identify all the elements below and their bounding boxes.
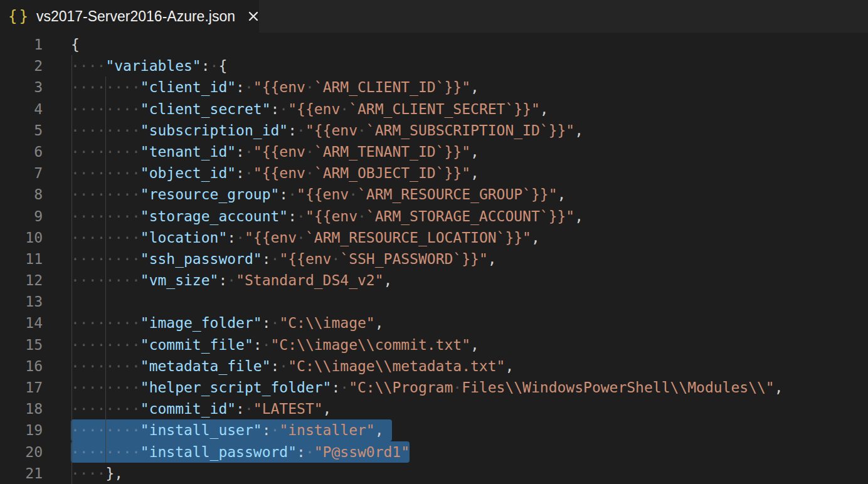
whitespace-dots: ·: [297, 208, 305, 224]
code-line[interactable]: 15········"commit_file":·"C:\\image\\com…: [0, 334, 868, 355]
line-number[interactable]: 13: [0, 291, 43, 312]
whitespace-dots: ·: [340, 101, 349, 117]
json-key: "storage_account": [140, 208, 288, 224]
line-number[interactable]: 1: [0, 34, 43, 55]
line-number[interactable]: 7: [0, 162, 43, 184]
code-text: ········"subscription_id":·"{{env·`ARM_S…: [71, 120, 583, 141]
code-line[interactable]: 12········"vm_size":·"Standard_DS4_v2",: [0, 270, 868, 291]
code-text: ········"commit_file":·"C:\\image\\commi…: [71, 334, 479, 355]
line-number[interactable]: 16: [0, 355, 43, 377]
code-line[interactable]: 9········"storage_account":·"{{env·`ARM_…: [0, 206, 868, 227]
json-string: "{{env: [253, 79, 305, 95]
json-key: "install_user": [140, 422, 262, 438]
code-text: ········"client_id":·"{{env·`ARM_CLIENT_…: [71, 76, 479, 98]
json-punctuation: },: [105, 465, 123, 481]
line-number[interactable]: 15: [0, 334, 43, 355]
code-text: {: [71, 34, 80, 55]
code-line[interactable]: 1{: [0, 34, 868, 55]
json-punctuation: :: [236, 401, 245, 417]
indent-guide-level-1: [71, 55, 72, 484]
line-number[interactable]: 9: [0, 206, 43, 227]
code-line[interactable]: 13: [0, 291, 868, 312]
json-punctuation: :: [279, 186, 288, 203]
line-number[interactable]: 20: [0, 441, 43, 463]
json-string: "C:\\image\\commit.txt": [271, 337, 471, 353]
code-line[interactable]: 19········"install_user":·"installer",: [0, 419, 868, 441]
code-line[interactable]: 16········"metadata_file":·"C:\\image\\m…: [0, 355, 868, 377]
line-number[interactable]: 2: [0, 55, 43, 76]
json-string: `ARM_CLIENT_SECRET`}}": [349, 101, 540, 117]
code-line[interactable]: 21····},: [0, 463, 868, 484]
tab-label: vs2017-Server2016-Azure.json: [36, 8, 235, 25]
code-line[interactable]: 4········"client_secret":·"{{env·`ARM_CL…: [0, 98, 868, 120]
code-line[interactable]: 11········"ssh_password":·"{{env·`SSH_PA…: [0, 248, 868, 270]
json-key: "client_secret": [140, 101, 271, 117]
line-number[interactable]: 3: [0, 76, 43, 98]
indent-guide-level-2: [105, 76, 106, 463]
json-punctuation: ,: [574, 122, 583, 139]
code-line[interactable]: 2····"variables":·{: [0, 55, 868, 76]
code-line[interactable]: 18········"commit_id":·"LATEST",: [0, 398, 868, 419]
json-punctuation: ,: [775, 379, 783, 396]
code-text-selected: ········"install_password":·"P@ssw0rd1": [71, 441, 410, 463]
code-line[interactable]: 10········"location":·"{{env·`ARM_RESOUR…: [0, 227, 868, 248]
whitespace-dots: ·: [453, 379, 462, 396]
code-line[interactable]: 8········"resource_group":·"{{env·`ARM_R…: [0, 184, 868, 205]
line-number[interactable]: 6: [0, 141, 43, 162]
code-text: ········"image_folder":·"C:\\image",: [71, 312, 384, 334]
tab-vs2017-server2016-azure-json[interactable]: {} vs2017-Server2016-Azure.json: [0, 0, 259, 33]
json-punctuation: ,: [375, 315, 384, 331]
code-line[interactable]: 5········"subscription_id":·"{{env·`ARM_…: [0, 120, 868, 141]
close-tab-icon[interactable]: [245, 8, 262, 24]
json-punctuation: :: [262, 251, 271, 267]
code-text: ········"vm_size":·"Standard_DS4_v2",: [71, 270, 392, 291]
json-punctuation: ,: [470, 337, 479, 353]
code-text: ········"helper_script_folder":·"C:\\Pro…: [71, 377, 783, 398]
code-text: ········"location":·"{{env·`ARM_RESOURCE…: [71, 227, 540, 248]
code-line[interactable]: 3········"client_id":·"{{env·`ARM_CLIENT…: [0, 76, 868, 98]
line-number[interactable]: 12: [0, 270, 43, 291]
json-punctuation: :: [227, 229, 236, 246]
json-string: `ARM_RESOURCE_LOCATION`}}": [305, 229, 531, 246]
code-text: ········"resource_group":·"{{env·`ARM_RE…: [71, 184, 566, 205]
line-number[interactable]: 10: [0, 227, 43, 248]
code-line[interactable]: 6········"tenant_id":·"{{env·`ARM_TENANT…: [0, 141, 868, 162]
json-key: "location": [140, 229, 227, 246]
code-line[interactable]: 7········"object_id":·"{{env·`ARM_OBJECT…: [0, 162, 868, 184]
json-punctuation: ,: [574, 208, 583, 224]
whitespace-dots: ·: [245, 401, 253, 417]
whitespace-dots: ·: [357, 208, 366, 224]
code-line[interactable]: 17········"helper_script_folder":·"C:\\P…: [0, 377, 868, 398]
json-punctuation: :: [271, 358, 280, 374]
line-number[interactable]: 21: [0, 463, 43, 484]
whitespace-dots: ·: [271, 251, 280, 267]
code-text: ····"variables":·{: [71, 55, 227, 76]
line-number[interactable]: 18: [0, 398, 43, 419]
line-number[interactable]: 17: [0, 377, 43, 398]
json-string: `ARM_OBJECT_ID`}}": [314, 165, 470, 181]
whitespace-dots: ····: [71, 465, 105, 481]
line-number[interactable]: 5: [0, 120, 43, 141]
line-number[interactable]: 8: [0, 184, 43, 205]
vscode-window: {} vs2017-Server2016-Azure.json 1{2····"…: [0, 0, 868, 484]
json-punctuation: :: [236, 79, 245, 95]
line-number[interactable]: 4: [0, 98, 43, 120]
json-string: "{{env: [279, 251, 331, 267]
line-number[interactable]: 19: [0, 419, 43, 441]
json-string: `ARM_RESOURCE_GROUP`}}": [357, 186, 558, 203]
code-line[interactable]: 14········"image_folder":·"C:\\image",: [0, 312, 868, 334]
json-punctuation: ,: [384, 272, 393, 288]
line-number[interactable]: 14: [0, 312, 43, 334]
code-editor[interactable]: 1{2····"variables":·{3········"client_id…: [0, 33, 868, 484]
json-punctuation: ,: [531, 229, 540, 246]
json-punctuation: :: [297, 444, 305, 460]
json-punctuation: ,: [558, 186, 566, 203]
json-punctuation: :: [201, 58, 210, 74]
json-string: `ARM_SUBSCRIPTION_ID`}}": [366, 122, 574, 139]
tab-bar: {} vs2017-Server2016-Azure.json: [0, 0, 868, 33]
json-key: "ssh_password": [140, 251, 262, 267]
whitespace-dots: ·: [305, 165, 314, 181]
code-line[interactable]: 20········"install_password":·"P@ssw0rd1…: [0, 441, 868, 463]
line-number[interactable]: 11: [0, 248, 43, 270]
json-key: "commit_id": [140, 401, 236, 417]
